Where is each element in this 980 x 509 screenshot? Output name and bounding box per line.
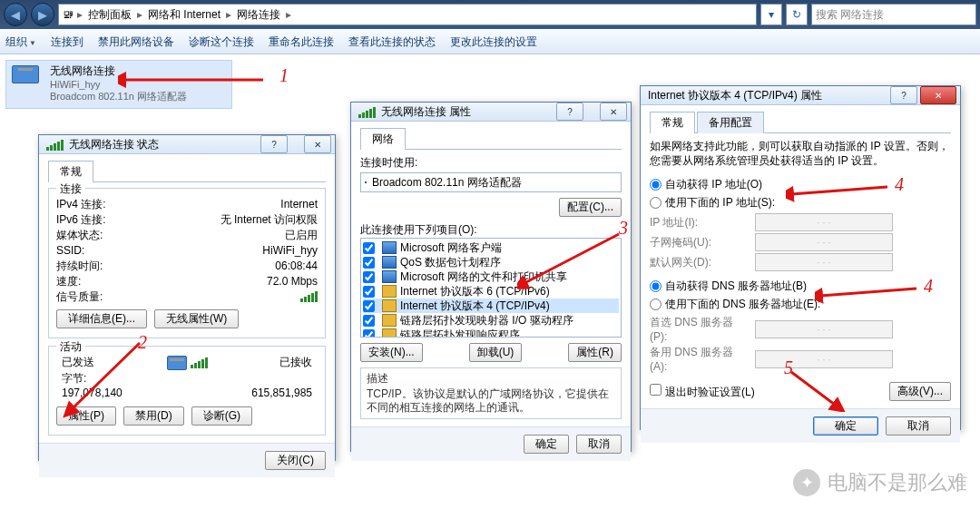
cmd-status[interactable]: 查看此连接的状态 bbox=[348, 34, 436, 50]
crumb[interactable]: 控制面板 bbox=[86, 6, 133, 24]
wlan-props-button[interactable]: 无线属性(W) bbox=[154, 309, 239, 328]
connection-icon bbox=[12, 64, 44, 105]
window-title: 无线网络连接 属性 bbox=[381, 104, 554, 120]
cmd-disable[interactable]: 禁用此网络设备 bbox=[98, 34, 174, 50]
radio-manual-ip[interactable] bbox=[650, 197, 662, 209]
connection-name: 无线网络连接 bbox=[50, 64, 187, 79]
crumb[interactable]: 网络和 Internet bbox=[146, 6, 222, 24]
help-button[interactable]: ? bbox=[556, 103, 583, 121]
dropdown-button[interactable]: ▾ bbox=[760, 4, 782, 25]
cmd-rename[interactable]: 重命名此连接 bbox=[269, 34, 334, 50]
configure-button[interactable]: 配置(C)... bbox=[559, 198, 622, 217]
nav-back-button[interactable]: ◀ bbox=[4, 3, 27, 26]
cmd-diagnose[interactable]: 诊断这个连接 bbox=[189, 34, 254, 50]
properties-button[interactable]: 属性(P) bbox=[56, 406, 116, 426]
recv-bytes: 615,851,985 bbox=[251, 387, 312, 399]
nav-forward-button[interactable]: ▶ bbox=[31, 3, 54, 26]
ok-button[interactable]: 确定 bbox=[813, 416, 878, 436]
uninstall-button[interactable]: 卸载(U) bbox=[469, 343, 523, 362]
ipv4-properties-window: Internet 协议版本 4 (TCP/IPv4) 属性 ? ✕ 常规 备用配… bbox=[640, 85, 961, 430]
window-title: Internet 协议版本 4 (TCP/IPv4) 属性 bbox=[648, 88, 887, 103]
disable-button[interactable]: 禁用(D) bbox=[123, 406, 184, 426]
ip-input: · · · bbox=[755, 213, 893, 231]
breadcrumb[interactable]: 🖳 ▸ 控制面板▸ 网络和 Internet▸ 网络连接▸ bbox=[58, 4, 757, 25]
advanced-button[interactable]: 高级(V)... bbox=[889, 382, 951, 401]
adapter-icon bbox=[365, 181, 367, 183]
intro-text: 如果网络支持此功能，则可以获取自动指派的 IP 设置。否则，您需要从网络系统管理… bbox=[650, 139, 951, 168]
activity-icon bbox=[167, 354, 208, 370]
adapter-combo[interactable]: Broadcom 802.11n 网络适配器 bbox=[360, 172, 622, 192]
component-list[interactable]: Microsoft 网络客户端 QoS 数据包计划程序 Microsoft 网络… bbox=[360, 238, 622, 338]
cancel-button[interactable]: 取消 bbox=[886, 416, 951, 436]
explorer-window: ◀ ▶ 🖳 ▸ 控制面板▸ 网络和 Internet▸ 网络连接▸ ▾ ↻ 搜索… bbox=[0, 0, 980, 54]
tab-network[interactable]: 网络 bbox=[360, 128, 406, 150]
signal-icon bbox=[300, 289, 318, 302]
watermark: ✦ 电脑不是那么难 bbox=[793, 469, 967, 496]
install-button[interactable]: 安装(N)... bbox=[360, 343, 423, 362]
connect-using-label: 连接时使用: bbox=[360, 155, 622, 171]
annot-4a: 4 bbox=[895, 174, 904, 195]
cmd-connect[interactable]: 连接到 bbox=[51, 34, 83, 50]
connection-ssid: HiWiFi_hyy bbox=[50, 79, 187, 91]
validate-checkbox[interactable]: 退出时验证设置(L) bbox=[650, 384, 755, 400]
connection-adapter: Broadcom 802.11n 网络适配器 bbox=[50, 91, 187, 103]
description-label: 描述 bbox=[367, 372, 615, 386]
close-button[interactable]: 关闭(C) bbox=[265, 451, 326, 470]
crumb[interactable]: 网络连接 bbox=[235, 6, 282, 24]
sent-bytes: 197,078,140 bbox=[62, 387, 122, 399]
item-properties-button[interactable]: 属性(R) bbox=[568, 343, 622, 362]
dns2-input: · · · bbox=[755, 350, 893, 368]
radio-auto-dns[interactable] bbox=[650, 280, 662, 292]
help-button[interactable]: ? bbox=[260, 135, 288, 153]
tab-alternate[interactable]: 备用配置 bbox=[697, 112, 764, 133]
close-button[interactable]: ✕ bbox=[600, 103, 627, 121]
ok-button[interactable]: 确定 bbox=[524, 435, 569, 454]
mask-input: · · · bbox=[755, 233, 893, 251]
folder-icon: 🖳 bbox=[63, 8, 74, 21]
annot-4b: 4 bbox=[924, 276, 933, 297]
close-button[interactable]: ✕ bbox=[920, 86, 956, 104]
status-window: 无线网络连接 状态 ? ✕ 常规 连接 IPv4 连接:Internet IPv… bbox=[38, 134, 336, 461]
window-title: 无线网络连接 状态 bbox=[69, 137, 258, 152]
cancel-button[interactable]: 取消 bbox=[576, 435, 622, 454]
gateway-input: · · · bbox=[755, 253, 893, 271]
uses-label: 此连接使用下列项目(O): bbox=[360, 222, 622, 238]
help-button[interactable]: ? bbox=[890, 86, 917, 104]
radio-auto-ip[interactable] bbox=[650, 179, 662, 191]
tab-general[interactable]: 常规 bbox=[48, 161, 93, 182]
group-connection: 连接 bbox=[56, 181, 85, 197]
dns1-input: · · · bbox=[755, 320, 893, 338]
refresh-button[interactable]: ↻ bbox=[786, 4, 808, 25]
connection-properties-window: 无线网络连接 属性 ? ✕ 网络 连接时使用: Broadcom 802.11n… bbox=[350, 102, 632, 452]
search-input[interactable]: 搜索 网络连接 bbox=[811, 4, 976, 25]
description-text: TCP/IP。该协议是默认的广域网络协议，它提供在不同的相互连接的网络上的通讯。 bbox=[367, 387, 615, 415]
signal-icon bbox=[358, 105, 376, 118]
address-bar: ◀ ▶ 🖳 ▸ 控制面板▸ 网络和 Internet▸ 网络连接▸ ▾ ↻ 搜索… bbox=[0, 0, 980, 29]
annot-2: 2 bbox=[138, 332, 147, 353]
cmd-organize[interactable]: 组织▼ bbox=[5, 34, 36, 50]
search-placeholder: 搜索 网络连接 bbox=[816, 7, 884, 23]
connection-item[interactable]: 无线网络连接 HiWiFi_hyy Broadcom 802.11n 网络适配器 bbox=[5, 60, 232, 109]
cmd-change[interactable]: 更改此连接的设置 bbox=[450, 34, 537, 50]
command-bar: 组织▼ 连接到 禁用此网络设备 诊断这个连接 重命名此连接 查看此连接的状态 更… bbox=[0, 29, 980, 54]
annot-1: 1 bbox=[279, 65, 289, 86]
radio-manual-dns[interactable] bbox=[650, 299, 662, 310]
diagnose-button[interactable]: 诊断(G) bbox=[191, 406, 252, 426]
tcpipv4-item: Internet 协议版本 4 (TCP/IPv4) bbox=[363, 299, 619, 313]
signal-icon bbox=[46, 138, 64, 151]
details-button[interactable]: 详细信息(E)... bbox=[56, 309, 147, 328]
annot-5: 5 bbox=[784, 357, 793, 378]
wechat-icon: ✦ bbox=[793, 469, 820, 496]
tab-general[interactable]: 常规 bbox=[650, 112, 695, 133]
group-activity: 活动 bbox=[56, 339, 85, 355]
annot-3: 3 bbox=[619, 218, 628, 239]
close-button[interactable]: ✕ bbox=[304, 135, 331, 153]
